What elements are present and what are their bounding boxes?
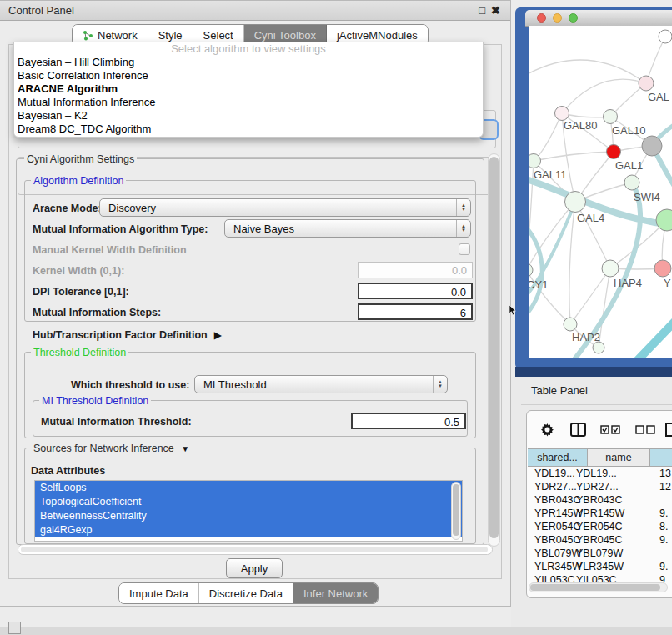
table-hscrollbar-track[interactable] — [529, 582, 668, 592]
kernel-width-field[interactable]: 0.0 — [358, 262, 473, 278]
gear-icon[interactable] — [540, 422, 554, 437]
which-threshold-combo[interactable]: MI Threshold ▲▼ — [194, 375, 448, 393]
table-cell: YDR27... — [534, 481, 577, 492]
node-label: SWI4 — [634, 191, 660, 203]
table-cell: YER054C — [534, 521, 581, 532]
column-header[interactable]: name — [588, 448, 650, 467]
list-hscrollbar-track[interactable] — [18, 544, 493, 555]
aracne-mode-value: Discovery — [100, 202, 456, 214]
algorithm-option[interactable]: Dream8 DC_TDC Algorithm — [14, 122, 483, 136]
unchecked-pair-icon[interactable] — [635, 425, 655, 434]
table-cell: YDL19... — [576, 468, 617, 479]
network-node[interactable] — [642, 136, 662, 156]
network-node-gal1[interactable] — [607, 145, 621, 159]
tab-impute-data[interactable]: Impute Data — [119, 583, 199, 603]
column-header[interactable] — [650, 448, 672, 467]
dpi-tolerance-field[interactable]: 0.0 — [358, 282, 473, 299]
dpi-tolerance-label: DPI Tolerance [0,1]: — [33, 286, 129, 298]
network-node[interactable] — [593, 342, 604, 353]
table-cell: YBR043C — [534, 494, 581, 506]
table-row[interactable]: YPR145WYPR145W9. — [528, 507, 672, 520]
mouse-cursor-icon — [509, 305, 517, 316]
algorithm-option[interactable]: ARACNE Algorithm — [14, 82, 483, 96]
which-threshold-value: MI Threshold — [195, 378, 433, 391]
table-row[interactable]: YLR345WYLR345W9. — [528, 560, 672, 573]
split-columns-icon[interactable] — [570, 422, 586, 437]
table-cell: YBL079W — [534, 548, 581, 559]
node-label: GCY1 — [529, 278, 548, 291]
data-attributes-list[interactable]: SelfLoopsTopologicalCoefficientBetweenne… — [34, 480, 463, 542]
attr-list-scrollbar-track[interactable] — [451, 482, 461, 540]
network-edge — [569, 202, 575, 324]
network-node-gal[interactable] — [639, 76, 654, 91]
network-node[interactable] — [656, 209, 672, 231]
main-scrollbar-thumb[interactable] — [489, 157, 499, 538]
data-attributes-label: Data Attributes — [31, 465, 105, 477]
aracne-mode-combo[interactable]: Discovery ▲▼ — [99, 198, 471, 217]
network-node-gal10[interactable] — [604, 110, 618, 124]
network-edge — [562, 79, 646, 113]
node-label: GAL80 — [564, 119, 597, 132]
network-edge — [529, 202, 575, 270]
attr-list-scrollbar-thumb[interactable] — [453, 484, 459, 536]
attribute-item[interactable]: gal4RGexp — [35, 523, 462, 538]
sources-group-title[interactable]: Sources for Network Inference ▼ — [31, 442, 192, 454]
network-canvas[interactable]: GALGAL80GAL10GAL1GAL11SWI4GAL4GCY1HAP4YH… — [529, 26, 672, 358]
control-panel-titlebar: Control Panel □ ✖ — [0, 1, 510, 21]
manual-kernel-checkbox[interactable] — [459, 243, 470, 255]
table-row[interactable]: YDR27...YDR27...12 — [528, 480, 672, 493]
network-view-titlebar[interactable] — [525, 10, 672, 27]
tab-label: Impute Data — [129, 588, 188, 600]
mi-steps-field[interactable]: 6 — [358, 303, 473, 320]
zoom-traffic-icon[interactable] — [569, 13, 578, 22]
attribute-item[interactable]: TopologicalCoefficient — [35, 495, 462, 509]
algorithm-option[interactable]: Bayesian – K2 — [14, 109, 483, 122]
table-cell: 8. — [659, 521, 668, 532]
table-panel-separator — [521, 404, 672, 405]
sources-title-text: Sources for Network Inference — [33, 442, 174, 454]
network-node-swi4[interactable] — [624, 175, 639, 190]
network-node-y[interactable] — [654, 260, 671, 277]
collapse-down-icon[interactable]: ▼ — [181, 444, 189, 453]
column-header[interactable]: shared... — [528, 448, 588, 467]
expand-right-icon[interactable]: ▶ — [214, 329, 222, 341]
minimize-traffic-icon[interactable] — [553, 13, 562, 22]
algorithm-option[interactable]: Bayesian – Hill Climbing — [14, 56, 483, 69]
checked-pair-icon[interactable] — [600, 425, 620, 434]
main-scrollbar-track[interactable] — [488, 153, 500, 547]
table-row[interactable]: YER054CYER054C8. — [528, 520, 672, 533]
network-window-bottom-edge — [515, 367, 672, 377]
attribute-item[interactable]: SelfLoops — [35, 481, 462, 495]
partial-toolbar-button[interactable] — [8, 622, 21, 634]
network-node-hap2[interactable] — [564, 318, 577, 331]
tab-discretize-data[interactable]: Discretize Data — [199, 583, 293, 603]
apply-button[interactable]: Apply — [226, 558, 283, 578]
algorithm-option[interactable]: Mutual Information Inference — [14, 96, 483, 109]
table-row[interactable]: YBR043CYBR043C — [528, 493, 672, 507]
network-node[interactable] — [659, 30, 672, 43]
network-node-hap4[interactable] — [602, 260, 619, 277]
list-hscrollbar-thumb[interactable] — [21, 547, 488, 552]
close-traffic-icon[interactable] — [537, 13, 546, 22]
table-hscrollbar-thumb[interactable] — [530, 584, 660, 591]
table-row[interactable]: YDL19...YDL19...13 — [528, 467, 672, 480]
tab-label: jActiveMNodules — [337, 29, 418, 42]
network-node-gal80[interactable] — [555, 107, 569, 121]
mi-type-combo[interactable]: Naive Bayes ▲▼ — [224, 219, 471, 238]
network-node-gcy1[interactable] — [529, 263, 533, 277]
close-window-icon[interactable]: ✖ — [491, 4, 500, 17]
document-icon[interactable] — [665, 422, 672, 437]
combo-stepper-icon: ▲▼ — [456, 199, 470, 216]
network-node-gal11[interactable] — [529, 154, 541, 168]
hub-definition-section[interactable]: Hub/Transcription Factor Definition ▶ — [33, 329, 222, 341]
aracne-mode-label: Aracne Mode: — [33, 202, 102, 214]
tab-infer-network[interactable]: Infer Network — [293, 583, 378, 603]
table-row[interactable]: YBR045CYBR045C9. — [528, 533, 672, 547]
network-node-gal4[interactable] — [565, 192, 586, 212]
attribute-item[interactable]: BetweennessCentrality — [35, 509, 462, 523]
kernel-width-label: Kernel Width (0,1): — [33, 265, 124, 277]
table-row[interactable]: YBL079WYBL079W — [528, 547, 672, 560]
algorithm-option[interactable]: Basic Correlation Inference — [14, 69, 483, 82]
float-window-icon[interactable]: □ — [479, 4, 485, 17]
mi-threshold-field[interactable]: 0.5 — [351, 412, 466, 429]
